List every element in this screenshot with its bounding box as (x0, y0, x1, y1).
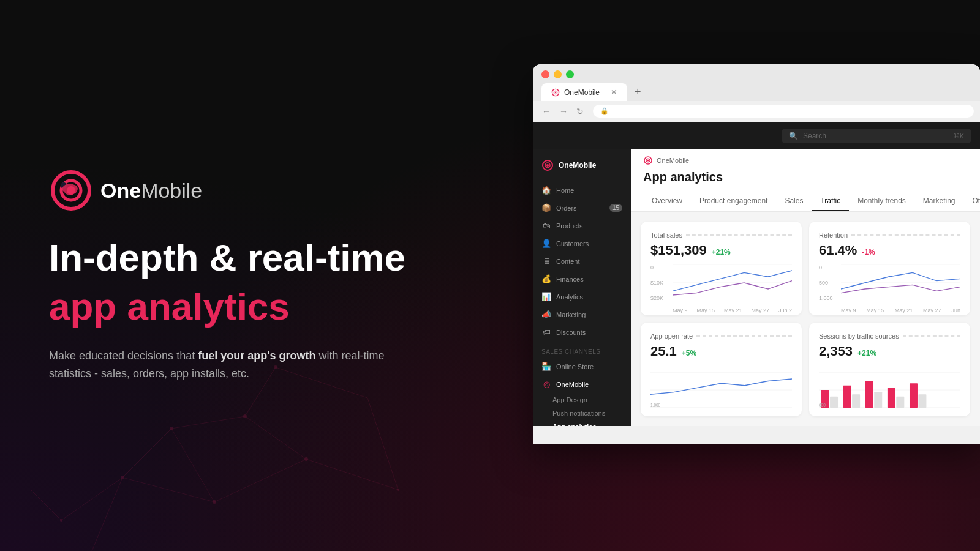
page-title: App analytics (643, 170, 968, 184)
lock-icon: 🔒 (600, 107, 609, 115)
logo-one: One (100, 179, 141, 202)
breadcrumb-text: OneMobile (657, 157, 689, 164)
card-app-open-rate: App open rate 25.1 +5% 1,000 (641, 323, 802, 416)
sessions-value: 2,353 +21% (819, 343, 960, 359)
cards-area: Total sales $151,309 +21% $20K $10K 0 (631, 212, 980, 426)
x-label-may15: May 15 (696, 307, 715, 313)
onemobile-icon: ◎ (541, 380, 551, 389)
total-sales-label: Total sales (650, 231, 792, 239)
sidebar-label-analytics: Analytics (556, 293, 583, 301)
sidebar-item-content[interactable]: 🖥 Content (533, 252, 631, 270)
retention-number: 61.4% (819, 242, 857, 258)
x-label-jun2: Jun 2 (778, 307, 792, 313)
back-button[interactable]: ← (539, 105, 554, 118)
sidebar-item-finances[interactable]: 💰 Finances (533, 270, 631, 288)
sidebar-brand-name: OneMobile (559, 161, 596, 170)
sidebar-item-home[interactable]: 🏠 Home (533, 181, 631, 199)
sidebar-item-onemobile[interactable]: ◎ OneMobile (533, 375, 631, 393)
app-header: OneMobile App analytics Overview Product… (631, 149, 980, 212)
app-wrapper: 🔍 Search ⌘K OneMobile 🏠 Ho (533, 122, 980, 444)
marketing-icon: 📣 (541, 310, 551, 319)
nav-buttons: ← → ↻ (539, 105, 587, 118)
ret-x-jun: Jun (951, 307, 960, 313)
app-search-bar: 🔍 Search ⌘K (533, 122, 980, 149)
search-field[interactable]: 🔍 Search ⌘K (782, 129, 971, 143)
app-open-rate-number: 25.1 (650, 343, 677, 359)
search-placeholder: Search (803, 132, 826, 140)
tab-monthly-trends[interactable]: Monthly trends (849, 192, 914, 211)
sidebar-label-discounts: Discounts (556, 329, 586, 336)
sidebar-label-marketing: Marketing (556, 311, 586, 318)
sales-channels-section: Sales channels (533, 341, 631, 358)
discounts-icon: 🏷 (541, 328, 551, 337)
refresh-button[interactable]: ↻ (573, 105, 587, 118)
finances-icon: 💰 (541, 274, 551, 283)
tab-close-icon[interactable]: ✕ (611, 88, 617, 97)
app-open-rate-chart: 1,000 (650, 365, 792, 414)
y-label-0: 0 (650, 264, 663, 271)
sidebar-label-content: Content (556, 258, 580, 265)
svg-rect-54 (896, 397, 904, 408)
y-label-ret-0: 0 (819, 264, 833, 271)
browser-window: OneMobile ✕ + ← → ↻ 🔒 🔍 Search ⌘K (533, 64, 980, 444)
breadcrumb: OneMobile (643, 156, 968, 165)
sidebar-item-marketing[interactable]: 📣 Marketing (533, 305, 631, 323)
total-sales-change: +21% (712, 248, 731, 257)
total-sales-number: $151,309 (650, 242, 707, 258)
retention-value: 61.4% -1% (819, 242, 960, 258)
tab-others[interactable]: Others (964, 192, 980, 211)
tab-bar: OneMobile ✕ + (541, 83, 971, 101)
headline-line1: In-depth & real-time (49, 237, 429, 279)
tab-logo-icon (551, 88, 560, 97)
subtext: Make educated decisions that fuel your a… (49, 347, 404, 383)
svg-text:1,000: 1,000 (650, 403, 661, 407)
sidebar-item-orders[interactable]: 📦 Orders 15 (533, 199, 631, 217)
svg-rect-55 (910, 383, 918, 408)
logo-mobile: Mobile (141, 179, 202, 202)
browser-tab[interactable]: OneMobile ✕ (541, 83, 627, 101)
x-label-may21: May 21 (724, 307, 742, 313)
tab-overview[interactable]: Overview (643, 192, 691, 211)
sidebar-item-customers[interactable]: 👤 Customers (533, 234, 631, 252)
traffic-light-red[interactable] (541, 70, 549, 78)
tab-product-engagement[interactable]: Product engagement (691, 192, 776, 211)
tab-traffic[interactable]: Traffic (812, 192, 849, 211)
tab-marketing[interactable]: Marketing (914, 192, 964, 211)
logo-container: OneMobile (49, 168, 429, 212)
ret-x-may21: May 21 (895, 307, 913, 313)
forward-button[interactable]: → (556, 105, 571, 118)
y-label-10k: $10K (650, 280, 663, 286)
address-input[interactable]: 🔒 (593, 105, 974, 118)
card-retention: Retention 61.4% -1% 1,000 500 0 (809, 222, 970, 315)
sidebar-item-analytics[interactable]: 📊 Analytics (533, 288, 631, 305)
tab-label: OneMobile (564, 88, 600, 97)
sidebar-sub-app-analytics[interactable]: App analytics (533, 420, 631, 426)
svg-rect-52 (874, 392, 882, 408)
card-sessions: Sessions by traffic sources 2,353 +21% (809, 323, 970, 416)
tab-sales[interactable]: Sales (776, 192, 812, 211)
traffic-light-yellow[interactable] (554, 70, 562, 78)
sidebar-item-products[interactable]: 🛍 Products (533, 217, 631, 234)
headline-line2: app analytics (49, 286, 429, 328)
svg-rect-51 (865, 381, 873, 408)
sidebar-label-finances: Finances (556, 276, 584, 283)
traffic-light-green[interactable] (566, 70, 574, 78)
tab-new-icon[interactable]: + (631, 86, 645, 99)
app-body: OneMobile 🏠 Home 📦 Orders 15 🛍 Products … (533, 149, 980, 426)
sessions-label: Sessions by traffic sources (819, 332, 960, 340)
total-sales-value: $151,309 +21% (650, 242, 792, 258)
retention-change: -1% (862, 248, 875, 257)
online-store-icon: 🏪 (541, 362, 551, 371)
app-open-rate-change: +5% (682, 349, 696, 358)
content-icon: 🖥 (541, 257, 551, 266)
sidebar-item-discounts[interactable]: 🏷 Discounts (533, 323, 631, 341)
left-panel: OneMobile In-depth & real-time app analy… (49, 0, 429, 551)
total-sales-y-labels: $20K $10K 0 (650, 264, 663, 301)
y-label-1000: 1,000 (819, 295, 833, 301)
sidebar-sub-app-design[interactable]: App Design (533, 393, 631, 407)
retention-chart-area (841, 264, 960, 301)
sidebar-item-online-store[interactable]: 🏪 Online Store (533, 358, 631, 375)
customers-icon: 👤 (541, 239, 551, 248)
sidebar-sub-push-notifications[interactable]: Push notifications (533, 407, 631, 420)
sidebar-label-orders: Orders (556, 204, 577, 212)
